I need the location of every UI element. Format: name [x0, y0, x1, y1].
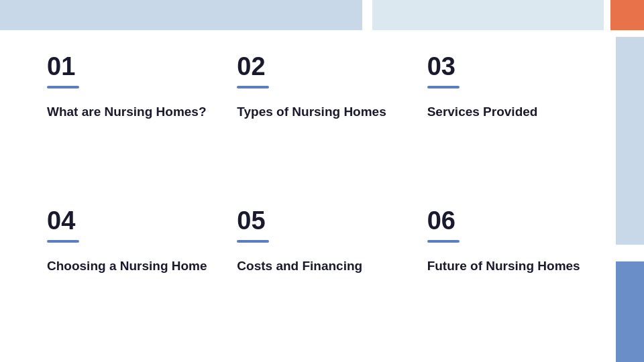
item-divider-6 [427, 240, 460, 243]
item-divider-4 [47, 240, 79, 243]
grid-item-1: 01What are Nursing Homes? [47, 47, 223, 181]
grid-item-3: 03Services Provided [427, 47, 604, 181]
right-bar-top [616, 37, 644, 245]
item-number-1: 01 [47, 54, 217, 79]
item-label-4: Choosing a Nursing Home [47, 257, 217, 275]
item-number-2: 02 [237, 54, 407, 79]
item-divider-3 [427, 86, 460, 88]
item-label-5: Costs and Financing [237, 257, 407, 275]
top-bar-orange [610, 0, 644, 30]
item-label-1: What are Nursing Homes? [47, 103, 217, 121]
grid-item-2: 02Types of Nursing Homes [237, 47, 413, 181]
item-number-4: 04 [47, 208, 217, 233]
item-divider-5 [237, 240, 269, 243]
item-number-3: 03 [427, 54, 597, 79]
grid-item-6: 06Future of Nursing Homes [427, 201, 604, 335]
item-label-6: Future of Nursing Homes [427, 257, 597, 275]
item-number-6: 06 [427, 208, 597, 233]
top-bar-left [0, 0, 362, 30]
top-bar-middle [372, 0, 604, 30]
item-label-2: Types of Nursing Homes [237, 103, 407, 121]
grid-item-5: 05Costs and Financing [237, 201, 413, 335]
item-divider-2 [237, 86, 269, 88]
item-label-3: Services Provided [427, 103, 597, 121]
content-grid: 01What are Nursing Homes?02Types of Nurs… [47, 47, 604, 335]
item-number-5: 05 [237, 208, 407, 233]
item-divider-1 [47, 86, 79, 88]
right-bar-bottom [616, 261, 644, 362]
grid-item-4: 04Choosing a Nursing Home [47, 201, 223, 335]
